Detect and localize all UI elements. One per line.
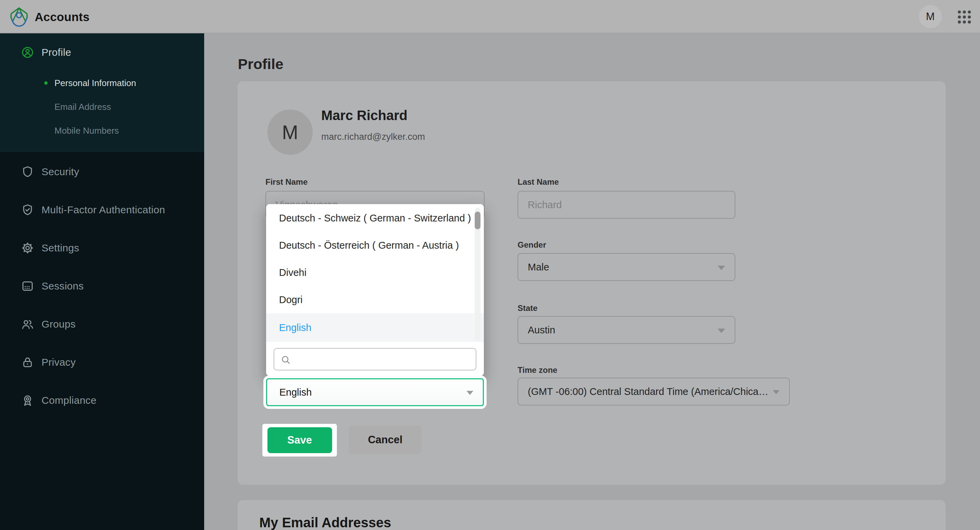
time-zone-label: Time zone (517, 365, 557, 375)
sidebar-subitem-mobile-numbers[interactable]: Mobile Numbers (54, 122, 197, 139)
sidebar-item-label: Sessions (41, 280, 84, 292)
gear-icon (21, 241, 34, 254)
sidebar-item-label: Settings (41, 242, 79, 254)
chevron-down-icon (718, 328, 725, 333)
language-option[interactable]: Divehi (266, 259, 484, 286)
app-title: Accounts (35, 10, 89, 24)
sidebar-item-sessions[interactable]: Sessions (0, 275, 204, 297)
sidebar-item-label: Security (41, 166, 79, 178)
sessions-icon (21, 279, 34, 292)
sidebar-item-label: Multi-Factor Authentication (41, 204, 165, 216)
language-option-selected[interactable]: English (266, 313, 484, 342)
app-grid-icon[interactable] (957, 10, 972, 24)
first-name-label: First Name (266, 177, 308, 187)
language-dropdown-panel: Deutsch - Schweiz ( German - Switzerland… (266, 204, 484, 376)
sidebar-item-settings[interactable]: Settings (0, 237, 204, 259)
user-name: Marc Richard (321, 108, 407, 123)
state-select[interactable]: Austin (517, 316, 735, 344)
user-avatar-button[interactable]: M (919, 5, 942, 28)
sidebar-item-compliance[interactable]: Compliance (0, 389, 204, 411)
chevron-down-icon (466, 391, 473, 395)
language-option[interactable]: Deutsch - Österreich ( German - Austria … (266, 232, 484, 259)
last-name-value: Richard (528, 199, 562, 211)
language-search-box[interactable] (274, 348, 476, 370)
top-header: Accounts M (0, 0, 980, 33)
sidebar-item-profile[interactable]: Profile (0, 41, 204, 63)
users-icon (21, 318, 34, 331)
sidebar-item-label: Groups (41, 318, 76, 330)
shield-icon (21, 165, 34, 178)
sidebar: Profile Personal Information Email Addre… (0, 33, 204, 530)
gender-select[interactable]: Male (517, 253, 735, 281)
last-name-label: Last Name (517, 177, 559, 187)
lock-icon (21, 356, 34, 369)
avatar: M (267, 109, 313, 155)
language-option[interactable]: Deutsch - Schweiz ( German - Switzerland… (266, 205, 484, 232)
sidebar-subitem-personal-information[interactable]: Personal Information (54, 75, 197, 91)
sidebar-item-mfa[interactable]: Multi-Factor Authentication (0, 199, 204, 221)
state-label: State (517, 303, 538, 313)
language-search-input[interactable] (296, 354, 460, 365)
accounts-logo-icon (9, 6, 29, 27)
language-select[interactable]: English (266, 378, 484, 406)
sidebar-subitem-email-address[interactable]: Email Address (54, 98, 197, 115)
time-zone-select[interactable]: (GMT -06:00) Central Standard Time (Amer… (517, 378, 790, 406)
email-addresses-card: My Email Addresses (237, 500, 946, 530)
sidebar-item-security[interactable]: Security (0, 161, 204, 182)
badge-icon (21, 394, 34, 407)
profile-icon (21, 46, 34, 59)
page-title: Profile (238, 56, 283, 73)
search-icon (280, 354, 291, 365)
last-name-input[interactable]: Richard (517, 191, 735, 219)
sidebar-item-label: Compliance (41, 395, 96, 406)
language-option[interactable]: Dogri (266, 286, 484, 313)
email-addresses-title: My Email Addresses (259, 515, 391, 530)
gender-label: Gender (517, 240, 546, 250)
sidebar-item-label: Profile (41, 47, 71, 58)
shield-check-icon (21, 203, 34, 216)
chevron-down-icon (718, 266, 725, 270)
cancel-button[interactable]: Cancel (349, 425, 422, 454)
save-button[interactable]: Save (267, 427, 332, 453)
sidebar-item-label: Privacy (41, 357, 76, 368)
language-select-value: English (279, 387, 312, 398)
sidebar-item-groups[interactable]: Groups (0, 313, 204, 335)
scrollbar-thumb[interactable] (475, 212, 480, 229)
sidebar-item-privacy[interactable]: Privacy (0, 351, 204, 373)
active-item-dot (44, 81, 48, 85)
gender-value: Male (528, 262, 549, 273)
user-email: marc.richard@zylker.com (321, 132, 425, 142)
state-value: Austin (528, 325, 555, 336)
time-zone-value: (GMT -06:00) Central Standard Time (Amer… (528, 386, 768, 397)
save-button-spotlight: Save (262, 424, 337, 457)
chevron-down-icon (773, 390, 780, 394)
